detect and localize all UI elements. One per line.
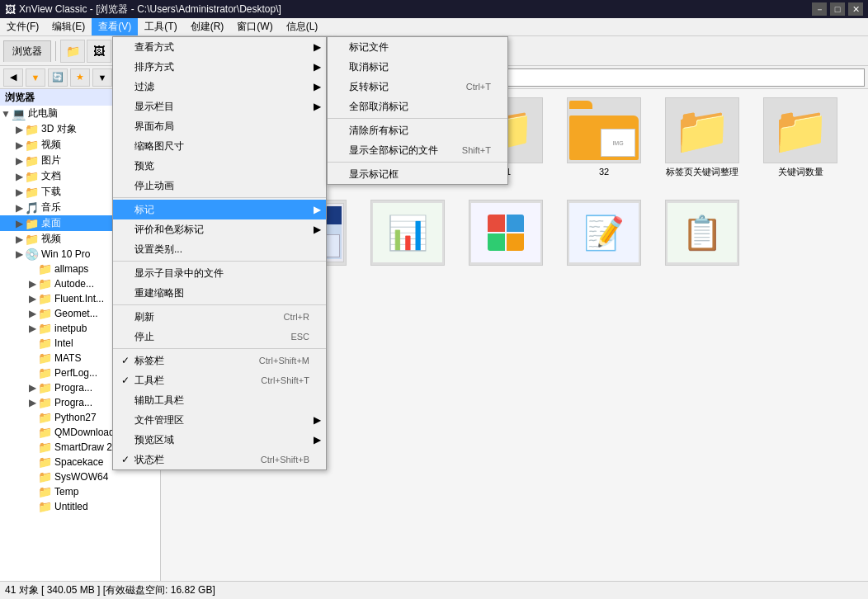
dd-sep4: [113, 348, 326, 349]
close-button[interactable]: ✕: [848, 2, 863, 16]
menu-view[interactable]: 查看(V): [92, 18, 138, 35]
mark-sep1: [328, 118, 507, 119]
window-title: XnView Classic - [浏览器 - C:\Users\Adminis…: [16, 2, 812, 17]
file-item-excel[interactable]: 📊: [362, 196, 453, 295]
mark-sep2: [328, 162, 507, 163]
arrow-icon5: ▶: [314, 204, 321, 215]
dd-statusbar[interactable]: ✓状态栏Ctrl+Shift+B: [113, 450, 326, 469]
arrow-icon4: ▶: [314, 101, 321, 112]
folder-btn[interactable]: 📁: [60, 40, 85, 63]
dd-menubar[interactable]: ✓标签栏Ctrl+Shift+M: [113, 351, 326, 370]
dd-sep2: [113, 261, 326, 262]
toolbar-separator: [55, 41, 56, 61]
toggle-this-pc[interactable]: ▼: [0, 108, 12, 120]
menu-window[interactable]: 窗口(W): [230, 18, 279, 35]
file-thumb-colorful: [469, 200, 543, 266]
dd-unmark[interactable]: 取消标记: [328, 57, 507, 77]
dd-file-mgr[interactable]: 文件管理区▶: [113, 410, 326, 430]
file-label-tag: 标签页关键词整理: [666, 166, 738, 177]
dd-preview[interactable]: 预览: [113, 156, 326, 176]
arrow-icon7: ▶: [314, 414, 321, 426]
addr-star-btn[interactable]: ★: [70, 68, 90, 87]
excel-icon: 📊: [387, 214, 428, 252]
file-item-32[interactable]: IMG 32: [559, 94, 649, 193]
dd-view-mode[interactable]: 查看方式▶: [113, 37, 326, 57]
browser-tab[interactable]: 浏览器: [3, 40, 51, 62]
dd-mark-file[interactable]: 标记文件: [328, 37, 507, 57]
file-thumb-tag: 📁: [665, 97, 739, 163]
dd-favs[interactable]: 预览区域▶: [113, 430, 326, 450]
addr-refresh-btn[interactable]: 🔄: [48, 68, 68, 87]
file-label-kw: 关键词数量: [778, 166, 823, 177]
minimize-button[interactable]: －: [812, 2, 827, 16]
arrow-icon: ▶: [314, 41, 321, 53]
sidebar-item-untitled[interactable]: 📁 Untitled: [0, 499, 160, 514]
menu-info[interactable]: 信息(L): [280, 18, 325, 35]
dd-stop-anim[interactable]: 停止动画: [113, 176, 326, 196]
dd-show-subdir[interactable]: 显示子目录中的文件: [113, 263, 326, 283]
image-btn[interactable]: 🖼: [87, 40, 111, 63]
sidebar-item-syswow64[interactable]: 📁 SysWOW64: [0, 469, 160, 484]
arrow-icon3: ▶: [314, 81, 321, 92]
status-bar: 41 对象 [ 340.05 MB ] [有效磁盘空间: 16.82 GB]: [0, 581, 868, 599]
dd-sep3: [113, 304, 326, 305]
dd-rebuild-thumb[interactable]: 重建缩略图: [113, 283, 326, 303]
file-item-colorful[interactable]: [460, 196, 551, 295]
arrow-icon2: ▶: [314, 61, 321, 73]
dd-clear-all-marks[interactable]: 清除所有标记: [328, 120, 507, 140]
word-icon: 📝: [583, 214, 625, 252]
dd-mark[interactable]: 标记▶: [113, 200, 326, 219]
colorful-grid: [488, 215, 524, 251]
dd-filter[interactable]: 过滤▶: [113, 77, 326, 97]
menu-edit[interactable]: 编辑(E): [45, 18, 92, 35]
addr-filter-btn[interactable]: ▼: [26, 68, 45, 87]
maximize-button[interactable]: □: [830, 2, 845, 16]
file-label-32: 32: [599, 166, 609, 177]
dd-unmark-all[interactable]: 全部取消标记: [328, 97, 507, 116]
dd-layout[interactable]: 界面布局: [113, 116, 326, 136]
arrow-icon8: ▶: [314, 434, 321, 446]
arrow-icon6: ▶: [314, 224, 321, 235]
dd-toolbar2[interactable]: ✓工具栏Ctrl+Shift+T: [113, 370, 326, 390]
file-item-kw[interactable]: 📁 关键词数量: [755, 94, 846, 193]
file-thumb-kw: 📁: [763, 97, 837, 163]
file-item-word[interactable]: 📝: [559, 196, 649, 295]
dd-sort-mode[interactable]: 排序方式▶: [113, 57, 326, 77]
dd-show-toolbar[interactable]: 显示栏目▶: [113, 97, 326, 116]
title-bar: 🖼 XnView Classic - [浏览器 - C:\Users\Admin…: [0, 0, 868, 18]
file-item-excel2[interactable]: 📋: [657, 196, 748, 295]
file-thumb-excel2: 📋: [665, 200, 739, 266]
dd-stop[interactable]: 停止ESC: [113, 327, 326, 347]
dd-refresh[interactable]: 刷新Ctrl+R: [113, 307, 326, 327]
file-thumb-32: IMG: [567, 97, 641, 163]
mark-submenu-dropdown: 标记文件 取消标记 反转标记Ctrl+T 全部取消标记 清除所有标记 显示全部标…: [327, 36, 508, 185]
menu-tools[interactable]: 工具(T): [138, 18, 183, 35]
file-thumb-excel: 📊: [370, 200, 445, 266]
excel-icon2: 📋: [682, 214, 723, 252]
dd-show-mark-frame[interactable]: 显示标记框: [328, 164, 507, 184]
status-text: 41 对象 [ 340.05 MB ] [有效磁盘空间: 16.82 GB]: [5, 583, 215, 597]
dd-thumb-size[interactable]: 缩略图尺寸: [113, 136, 326, 156]
addr-star-down[interactable]: ▼: [92, 68, 112, 87]
menu-file[interactable]: 文件(F): [0, 18, 45, 35]
dd-set-category[interactable]: 设置类别...: [113, 239, 326, 259]
dd-sep1: [113, 197, 326, 198]
view-menu-dropdown: 查看方式▶ 排序方式▶ 过滤▶ 显示栏目▶ 界面布局 缩略图尺寸 预览 停止动画…: [112, 36, 327, 470]
menu-create[interactable]: 创建(R): [184, 18, 231, 35]
file-thumb-word: 📝: [567, 200, 641, 266]
sidebar-item-temp[interactable]: 📁 Temp: [0, 484, 160, 499]
dd-show-marked[interactable]: 显示全部标记的文件Shift+T: [328, 140, 507, 160]
file-item-tag[interactable]: 📁 标签页关键词整理: [657, 94, 748, 193]
dd-rating[interactable]: 评价和色彩标记▶: [113, 219, 326, 239]
dd-invert-mark[interactable]: 反转标记Ctrl+T: [328, 77, 507, 97]
addr-left-btn[interactable]: ◀: [3, 68, 23, 87]
menu-bar: 文件(F) 编辑(E) 查看(V) 工具(T) 创建(R) 窗口(W) 信息(L…: [0, 18, 868, 36]
dd-aux-toolbar[interactable]: 辅助工具栏: [113, 390, 326, 410]
